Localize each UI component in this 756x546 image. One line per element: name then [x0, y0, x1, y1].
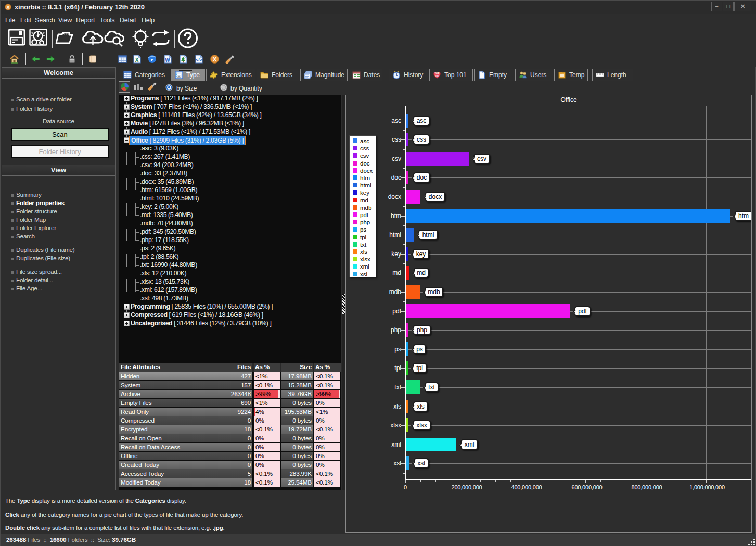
svg-text:X: X [135, 57, 139, 63]
svg-text:</>: </> [196, 57, 202, 62]
svg-text:X: X [213, 56, 217, 62]
svg-text:101: 101 [435, 74, 440, 78]
svg-text:W: W [165, 57, 170, 63]
svg-text:e: e [151, 56, 153, 62]
